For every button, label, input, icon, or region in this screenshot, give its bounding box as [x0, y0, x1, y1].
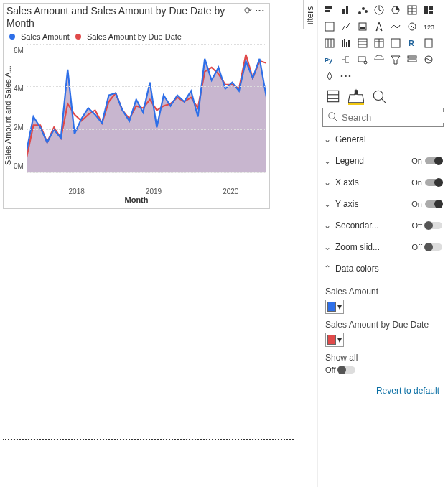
viz-get-more[interactable]: [322, 69, 337, 83]
viz-multi-row[interactable]: [405, 52, 419, 67]
viz-funnel[interactable]: [388, 52, 403, 67]
viz-waterfall[interactable]: [355, 36, 370, 50]
svg-point-5: [358, 11, 361, 14]
chevron-down-icon: ⌄: [324, 156, 332, 166]
analytics-tab[interactable]: [371, 89, 387, 105]
chevron-down-icon: ⌄: [324, 221, 332, 231]
section-zoom[interactable]: ⌄ Zoom slid... Off: [322, 238, 444, 256]
yaxis-toggle[interactable]: [425, 200, 442, 208]
svg-point-57: [329, 113, 335, 119]
svg-line-10: [379, 10, 383, 11]
fields-tab[interactable]: [325, 89, 341, 105]
svg-rect-28: [342, 40, 343, 47]
svg-rect-32: [358, 39, 367, 47]
svg-rect-54: [355, 90, 358, 95]
section-datacolors[interactable]: ⌃ Data colors: [322, 259, 444, 278]
viz-slicer[interactable]: [355, 19, 370, 34]
section-legend[interactable]: ⌄ Legend On: [322, 152, 444, 170]
viz-matrix[interactable]: [322, 36, 337, 50]
viz-pie[interactable]: [405, 3, 419, 17]
section-yaxis[interactable]: ⌄ Y axis On: [322, 195, 444, 213]
section-general[interactable]: ⌄ General: [322, 130, 444, 149]
chevron-down-icon: ⌄: [324, 242, 332, 252]
viz-line[interactable]: [372, 3, 386, 17]
viz-more-icon[interactable]: ···: [339, 69, 353, 83]
viz-paginated[interactable]: [421, 36, 436, 50]
dc-field1-label: Sales Amount: [325, 281, 441, 300]
svg-rect-49: [408, 60, 416, 62]
viz-python[interactable]: Py: [322, 52, 337, 67]
viz-kpi[interactable]: [339, 19, 353, 34]
legend-label-1: Sales Amount: [21, 32, 70, 41]
svg-rect-17: [429, 6, 433, 10]
viz-r-visual[interactable]: R: [405, 36, 419, 50]
filters-pane-tab[interactable]: ilters: [303, 0, 317, 29]
y-axis-label: Sales Amount and Sales A...: [4, 44, 12, 187]
viz-qa[interactable]: [355, 52, 370, 67]
svg-rect-48: [408, 56, 416, 58]
showall-toggle[interactable]: [338, 366, 355, 374]
svg-rect-29: [344, 39, 345, 47]
viz-scatter[interactable]: [339, 36, 353, 50]
viz-ribbon[interactable]: [388, 19, 403, 34]
viz-gauge[interactable]: [372, 52, 386, 67]
x-axis-ticks: 2018 2019 2020: [38, 187, 269, 195]
more-options-icon[interactable]: ···: [253, 5, 266, 16]
chevron-up-icon: ⌃: [324, 264, 332, 274]
svg-rect-51: [327, 91, 338, 101]
zoom-toggle[interactable]: [425, 244, 442, 251]
svg-rect-31: [348, 40, 350, 47]
viz-key-influencers[interactable]: [405, 19, 419, 34]
format-search[interactable]: [322, 108, 444, 127]
legend-dot-2: [75, 34, 81, 40]
drill-icon[interactable]: ⟳: [243, 5, 253, 16]
viz-donut[interactable]: [388, 36, 403, 50]
viz-area[interactable]: [388, 3, 403, 17]
revert-link[interactable]: Revert to default: [322, 377, 444, 400]
dropdown-icon: ▾: [337, 335, 342, 345]
format-tab[interactable]: [348, 89, 364, 105]
svg-rect-38: [391, 39, 400, 47]
page-divider: [3, 439, 294, 440]
x-axis-label: Month: [4, 195, 269, 208]
svg-rect-16: [424, 6, 428, 14]
svg-text:123: 123: [424, 24, 434, 31]
svg-rect-19: [325, 22, 334, 31]
svg-rect-40: [425, 39, 432, 47]
legend-toggle[interactable]: [425, 157, 442, 164]
showall-label: Show all: [325, 347, 441, 366]
viz-map-shape[interactable]: [421, 52, 436, 67]
viz-decomposition[interactable]: [339, 52, 353, 67]
viz-stacked-bar[interactable]: [322, 3, 337, 17]
svg-rect-30: [346, 42, 347, 47]
dc-field2-swatch[interactable]: ▾: [325, 333, 344, 347]
chevron-down-icon: ⌄: [324, 177, 332, 187]
dc-field2-label: Sales Amount by Due Date: [325, 314, 441, 333]
legend-label-2: Sales Amount by Due Date: [87, 32, 182, 41]
xaxis-toggle[interactable]: [425, 179, 442, 186]
section-secondary[interactable]: ⌄ Secondar... Off: [322, 216, 444, 235]
svg-rect-25: [325, 39, 334, 47]
search-input[interactable]: [342, 112, 448, 123]
dropdown-icon: ▾: [337, 302, 342, 312]
svg-rect-2: [325, 10, 330, 12]
viz-table[interactable]: [372, 36, 386, 50]
visual-container[interactable]: Sales Amount and Sales Amount by Due Dat…: [3, 3, 270, 209]
viz-smart-narrative[interactable]: 123: [421, 19, 436, 34]
viz-treemap[interactable]: [421, 3, 436, 17]
viz-stacked-column[interactable]: [339, 3, 353, 17]
viz-clustered-bar[interactable]: [355, 3, 370, 17]
chevron-down-icon: ⌄: [324, 134, 332, 144]
secondary-toggle[interactable]: [425, 222, 442, 229]
viz-arcgis-maps[interactable]: [372, 19, 386, 34]
dc-field1-swatch[interactable]: ▾: [325, 300, 344, 314]
section-xaxis[interactable]: ⌄ X axis On: [322, 173, 444, 192]
chart-plot-area[interactable]: [27, 44, 266, 173]
report-canvas[interactable]: Sales Amount and Sales Amount by Due Dat…: [0, 0, 303, 487]
svg-rect-1: [325, 6, 332, 9]
y-axis-ticks: 6M 4M 2M 0M: [12, 44, 27, 173]
svg-rect-3: [342, 9, 345, 14]
viz-card[interactable]: [322, 19, 337, 34]
legend-dot-1: [9, 34, 15, 40]
svg-line-23: [411, 25, 414, 28]
